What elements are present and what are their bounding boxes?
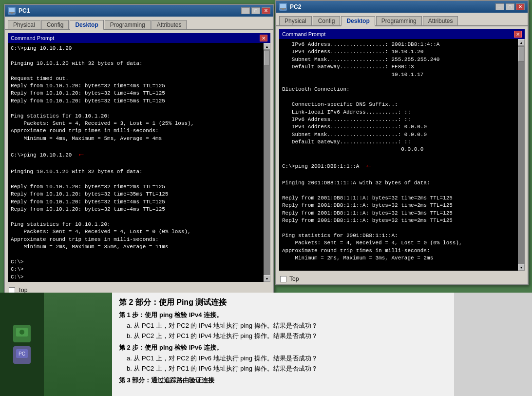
pc2-title: PC2 — [290, 3, 495, 10]
pc1-scroll-track — [264, 50, 270, 275]
pc1-cmd-body: C:\>ping 10.10.1.20 Pinging 10.10.1.20 w… — [8, 43, 270, 282]
pc2-top-area: Top — [276, 274, 528, 284]
pc1-cmd-content[interactable]: C:\>ping 10.10.1.20 Pinging 10.10.1.20 w… — [8, 43, 264, 282]
pc2-cmd-window: Command Prompt ✕ IPv6 Address...........… — [279, 29, 525, 271]
pc2-tab-physical[interactable]: Physical — [279, 16, 312, 25]
pc1-tab-bar: Physical Config Desktop Programming Attr… — [5, 17, 273, 30]
step2-a: a. 从 PC1 上，对 PC2 的 IPv6 地址执行 ping 操作。结果是… — [127, 354, 447, 363]
pc1-window[interactable]: PC1 ─ □ ✕ Physical Config Desktop Progra… — [4, 4, 274, 297]
pc2-tab-programming[interactable]: Programming — [376, 16, 422, 25]
step2-b: b. 从 PC2 上，对 PC1 的 IPv6 地址执行 ping 操作。结果是… — [127, 364, 447, 373]
pc1-cmd-title: Command Prompt — [11, 35, 260, 41]
pc1-cmd-text: C:\>ping 10.10.1.20 Pinging 10.10.1.20 w… — [11, 45, 261, 281]
svg-rect-2 — [11, 13, 13, 14]
pc1-cmd-window: Command Prompt ✕ C:\>ping 10.10.1.20 Pin… — [8, 33, 270, 282]
step1-title: 第 1 步：使用 ping 检验 IPv4 连接。 — [119, 311, 447, 319]
pc1-tab-programming[interactable]: Programming — [105, 20, 151, 29]
step2-title: 第 2 步：使用 ping 检验 IPv6 连接。 — [119, 343, 447, 352]
pc2-cmd-titlebar: Command Prompt ✕ — [279, 29, 525, 39]
pc2-scrollbar[interactable]: ▲ ▼ — [518, 39, 525, 271]
pc1-cmd-close[interactable]: ✕ — [260, 35, 267, 41]
pc1-controls[interactable]: ─ □ ✕ — [241, 7, 270, 14]
pc1-cmd-titlebar: Command Prompt ✕ — [8, 33, 270, 43]
pc1-close-btn[interactable]: ✕ — [262, 7, 270, 14]
svg-point-7 — [19, 330, 24, 335]
pc1-scrollbar[interactable]: ▲ ▼ — [264, 43, 270, 282]
pc1-minimize-btn[interactable]: ─ — [241, 7, 250, 14]
pc2-tab-desktop[interactable]: Desktop — [341, 16, 375, 26]
step3-title: 第 3 部分：通过追踪路由验证连接 — [119, 376, 447, 385]
svg-rect-5 — [282, 9, 284, 10]
pc1-tab-desktop[interactable]: Desktop — [70, 20, 103, 30]
pc1-scroll-up[interactable]: ▲ — [264, 43, 270, 50]
pc2-cmd-close[interactable]: ✕ — [514, 31, 522, 38]
pc1-tab-config[interactable]: Config — [41, 20, 69, 29]
pc2-maximize-btn[interactable]: □ — [506, 3, 514, 10]
taskbar-icon-2[interactable]: PC — [13, 346, 31, 364]
svg-rect-1 — [9, 12, 15, 13]
pc2-window[interactable]: PC2 ─ □ ✕ Physical Config Desktop Progra… — [275, 0, 529, 285]
taskbar: PC — [0, 293, 44, 396]
section2-title: 第 2 部分：使用 Ping 测试连接 — [119, 297, 447, 308]
pc2-titlebar: PC2 ─ □ ✕ — [276, 1, 528, 13]
svg-rect-3 — [280, 4, 286, 8]
pc1-scroll-thumb[interactable] — [264, 51, 270, 65]
pc2-cmd-content[interactable]: IPv6 Address.................: 2001:DB8:… — [279, 39, 518, 271]
pc2-scroll-track — [518, 46, 525, 264]
right-panel — [454, 293, 532, 396]
pc2-scroll-down[interactable]: ▼ — [518, 264, 525, 271]
pc1-scroll-down[interactable]: ▼ — [264, 275, 270, 282]
svg-rect-4 — [280, 8, 286, 9]
pc2-minimize-btn[interactable]: ─ — [495, 3, 504, 10]
pc1-tab-attributes[interactable]: Attributes — [152, 20, 187, 29]
pc2-top-checkbox[interactable] — [280, 276, 286, 282]
step1-b: b. 从 PC2 上，对 PC1 的 IPv4 地址执行 ping 操作。结果是… — [127, 332, 447, 340]
taskbar-icon-1[interactable] — [13, 325, 31, 342]
pc2-cmd-text: IPv6 Address.................: 2001:DB8:… — [282, 41, 515, 271]
step1-a: a. 从 PC1 上，对 PC2 的 IPv4 地址执行 ping 操作。结果是… — [127, 321, 447, 330]
pc2-scroll-thumb[interactable] — [518, 47, 524, 61]
pc2-tab-attributes[interactable]: Attributes — [423, 16, 458, 25]
pc2-close-btn[interactable]: ✕ — [516, 3, 525, 10]
pc1-maximize-btn[interactable]: □ — [251, 7, 260, 14]
pc2-scroll-up[interactable]: ▲ — [518, 39, 525, 46]
pc2-controls[interactable]: ─ □ ✕ — [495, 3, 525, 10]
pc2-cmd-title: Command Prompt — [282, 31, 514, 37]
pc2-top-label: Top — [289, 276, 299, 282]
pc2-tab-config[interactable]: Config — [313, 16, 341, 25]
svg-text:PC: PC — [19, 351, 25, 356]
pc2-tab-bar: Physical Config Desktop Programming Attr… — [276, 13, 528, 26]
pc1-titlebar: PC1 ─ □ ✕ — [5, 5, 273, 17]
pc1-tab-physical[interactable]: Physical — [8, 20, 40, 29]
svg-rect-0 — [9, 8, 15, 12]
instruction-panel: 第 2 部分：使用 Ping 测试连接 第 1 步：使用 ping 检验 IPv… — [112, 293, 454, 396]
pc2-icon — [279, 3, 287, 11]
pc1-title: PC1 — [19, 7, 241, 14]
pc2-cmd-body: IPv6 Address.................: 2001:DB8:… — [279, 39, 525, 271]
pc1-icon — [8, 7, 16, 15]
